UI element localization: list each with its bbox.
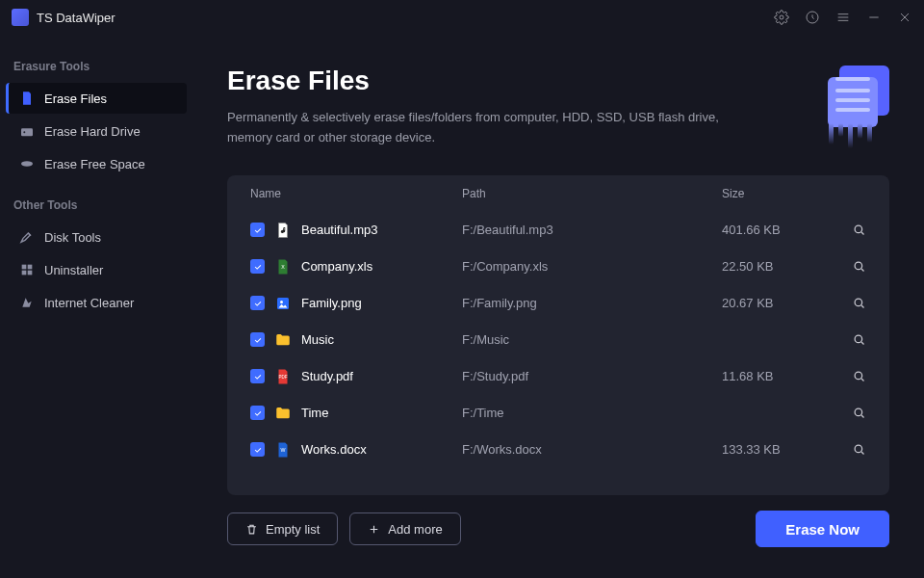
file-size: 20.67 KB <box>722 296 828 310</box>
titlebar: TS DataWiper <box>0 0 924 35</box>
app-logo-icon <box>12 9 29 26</box>
file-name: Study.pdf <box>301 369 353 383</box>
minimize-icon[interactable] <box>866 10 882 25</box>
checkbox[interactable] <box>250 369 265 383</box>
menu-icon[interactable] <box>835 10 851 25</box>
file-path: F:/Works.docx <box>462 442 722 457</box>
sidebar-item-label: Uninstaller <box>44 263 103 277</box>
history-icon[interactable] <box>805 10 820 25</box>
sidebar-item-label: Disk Tools <box>44 230 101 245</box>
preview-icon[interactable] <box>828 406 866 420</box>
sidebar-item-erase-free-space[interactable]: Erase Free Space <box>6 148 187 179</box>
col-name: Name <box>250 187 462 200</box>
page-subtitle: Permanently & selectively erase files/fo… <box>227 108 766 148</box>
file-type-icon: X <box>274 258 292 276</box>
page-title: Erase Files <box>227 66 789 96</box>
svg-rect-8 <box>28 271 33 276</box>
table-row[interactable]: Family.pngF:/Family.png20.67 KB <box>227 285 889 322</box>
svg-point-18 <box>855 408 862 416</box>
table-row[interactable]: WWorks.docxF:/Works.docx133.33 KB <box>227 432 889 468</box>
svg-rect-6 <box>28 265 33 270</box>
file-path: F:/Beautiful.mp3 <box>462 223 722 237</box>
svg-rect-5 <box>22 265 27 270</box>
checkbox[interactable] <box>250 442 265 457</box>
svg-text:X: X <box>281 264 285 270</box>
file-type-icon <box>274 331 292 349</box>
table-row[interactable]: PDFStudy.pdfF:/Study.pdf11.68 KB <box>227 358 889 395</box>
file-type-icon <box>274 222 292 239</box>
preview-icon[interactable] <box>828 223 866 237</box>
file-path: F:/Company.xls <box>462 259 722 274</box>
checkbox[interactable] <box>250 223 265 237</box>
sidebar-item-label: Internet Cleaner <box>44 296 134 310</box>
file-type-icon <box>274 295 292 312</box>
sidebar-item-uninstaller[interactable]: Uninstaller <box>6 254 187 285</box>
preview-icon[interactable] <box>828 259 866 274</box>
sidebar-item-internet-cleaner[interactable]: Internet Cleaner <box>6 287 187 318</box>
sidebar-item-label: Erase Files <box>44 92 107 106</box>
file-type-icon <box>274 405 292 422</box>
file-name: Company.xls <box>301 259 372 274</box>
checkbox[interactable] <box>250 296 265 310</box>
empty-list-label: Empty list <box>266 522 320 537</box>
sidebar-item-disk-tools[interactable]: Disk Tools <box>6 222 187 252</box>
file-list-panel: Name Path Size Beautiful.mp3F:/Beautiful… <box>227 175 889 495</box>
table-row[interactable]: Beautiful.mp3F:/Beautiful.mp3401.66 KB <box>227 212 889 249</box>
preview-icon[interactable] <box>828 296 866 310</box>
hard-drive-icon <box>19 123 35 139</box>
file-path: F:/Time <box>462 406 722 420</box>
gear-icon[interactable] <box>774 10 789 25</box>
svg-point-4 <box>21 161 33 166</box>
file-name: Works.docx <box>301 442 367 457</box>
svg-point-0 <box>780 15 783 19</box>
file-size: 401.66 KB <box>722 223 828 237</box>
main-content: Erase Files Permanently & selectively er… <box>192 35 924 578</box>
svg-text:PDF: PDF <box>279 375 288 380</box>
file-path: F:/Study.pdf <box>462 369 722 383</box>
erase-now-button[interactable]: Erase Now <box>756 511 889 547</box>
svg-point-3 <box>23 131 25 133</box>
svg-point-13 <box>280 301 283 303</box>
disk-tools-icon <box>19 229 35 245</box>
svg-point-15 <box>855 335 862 343</box>
preview-icon[interactable] <box>828 442 866 457</box>
checkbox[interactable] <box>250 406 265 420</box>
table-row[interactable]: MusicF:/Music <box>227 322 889 358</box>
sidebar-item-erase-hard-drive[interactable]: Erase Hard Drive <box>6 116 187 146</box>
checkbox[interactable] <box>250 332 265 347</box>
app-title: TS DataWiper <box>37 11 116 25</box>
svg-point-20 <box>855 445 862 453</box>
table-row[interactable]: XCompany.xlsF:/Company.xls22.50 KB <box>227 249 889 285</box>
preview-icon[interactable] <box>828 369 866 383</box>
free-space-icon <box>19 156 35 171</box>
file-size: 22.50 KB <box>722 259 828 274</box>
sidebar: Erasure Tools Erase Files Erase Hard Dri… <box>0 35 192 578</box>
file-name: Beautiful.mp3 <box>301 223 378 237</box>
svg-point-9 <box>855 225 862 233</box>
svg-point-11 <box>855 262 862 270</box>
preview-icon[interactable] <box>828 332 866 347</box>
file-type-icon: W <box>274 441 292 459</box>
file-name: Family.png <box>301 296 362 310</box>
sidebar-item-erase-files[interactable]: Erase Files <box>6 83 187 114</box>
sidebar-heading-erasure: Erasure Tools <box>0 42 192 81</box>
svg-rect-7 <box>22 271 27 276</box>
file-size: 11.68 KB <box>722 369 828 383</box>
close-icon[interactable] <box>897 10 912 25</box>
file-path: F:/Family.png <box>462 296 722 310</box>
add-more-button[interactable]: Add more <box>349 512 460 545</box>
empty-list-button[interactable]: Empty list <box>227 512 338 545</box>
file-path: F:/Music <box>462 332 722 347</box>
hero-illustration-icon <box>812 66 889 143</box>
checkbox[interactable] <box>250 259 265 274</box>
sidebar-item-label: Erase Hard Drive <box>44 124 141 139</box>
table-row[interactable]: TimeF:/Time <box>227 395 889 432</box>
file-name: Music <box>301 332 334 347</box>
file-name: Time <box>301 406 328 420</box>
file-type-icon: PDF <box>274 368 292 385</box>
col-size: Size <box>722 187 828 200</box>
svg-point-17 <box>855 372 862 380</box>
erase-now-label: Erase Now <box>785 521 860 538</box>
erase-files-icon <box>19 91 35 106</box>
svg-rect-2 <box>21 128 33 136</box>
